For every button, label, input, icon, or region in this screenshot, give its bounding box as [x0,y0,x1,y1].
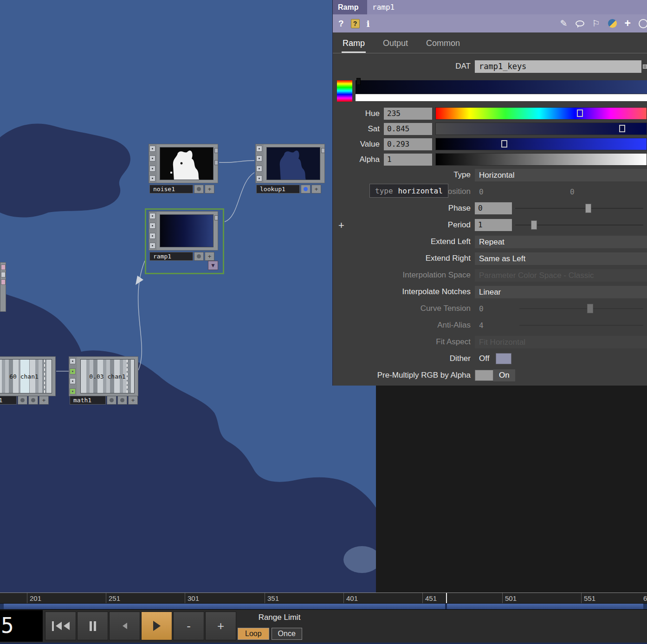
sat-slider[interactable] [435,122,647,135]
node-name-tag[interactable]: math1 [70,396,106,405]
value-slider-marker[interactable] [501,140,507,148]
timeline-range-scrollbar[interactable] [0,604,647,610]
expand-params-icon[interactable]: + [338,219,344,232]
frame-counter[interactable]: 5 [0,610,43,642]
export-flag-icon[interactable] [256,166,262,172]
hue-slider[interactable] [435,107,647,120]
dat-picker-icon[interactable] [643,64,647,69]
math1-viewer-button[interactable] [107,396,116,405]
alpha-value-field[interactable]: 1 [384,154,432,166]
color-picker-icon[interactable] [337,80,352,102]
plus-icon[interactable]: + [625,19,631,28]
tab-common[interactable]: Common [425,39,461,53]
step-forward-button[interactable]: + [205,612,236,640]
tto1-dot-button[interactable] [28,396,38,405]
timeline-ruler[interactable]: 201 251 301 351 401 451 501 551 6 [0,593,647,604]
pencil-icon[interactable]: ✎ [560,18,568,29]
period-slider[interactable] [515,219,645,231]
edit-flag-icon[interactable] [149,243,155,249]
lookup1-output-connector[interactable] [321,148,325,153]
lookup1-viewer-button[interactable] [301,185,311,193]
edit-flag-icon[interactable] [149,175,155,181]
tab-ramp[interactable]: Ramp [342,39,366,53]
period-slider-handle[interactable] [531,220,537,230]
help-icon[interactable]: ? [338,19,344,29]
node-noise1[interactable] [149,144,218,183]
operator-name-field[interactable]: ramp1 [367,0,647,14]
python-icon[interactable] [608,19,617,28]
current-frame-cursor[interactable] [446,593,447,604]
ramp-gradient-preview[interactable] [356,80,647,94]
flag-icon[interactable]: ⚐ [592,18,600,29]
export-flag-icon[interactable] [149,233,155,239]
once-button[interactable]: Once [272,628,302,640]
node-name-tag[interactable]: noise1 [149,185,193,193]
noise1-add-button[interactable]: + [205,185,214,193]
node-lookup1[interactable] [255,144,325,183]
clone-flag-icon[interactable] [149,223,155,229]
node-math1[interactable]: 0.03 chan1 [69,356,138,396]
step-back-button[interactable]: - [173,612,204,640]
alpha-slider[interactable] [435,153,647,166]
ramp-alpha-strip[interactable] [356,94,647,101]
tto1-add-button[interactable]: + [39,396,49,405]
extend-left-menu[interactable]: Repeat [475,236,647,248]
info-icon[interactable]: i [367,19,370,29]
hue-value-field[interactable]: 235 [384,108,432,120]
phase-slider-handle[interactable] [585,204,591,213]
math1-add-button[interactable]: + [128,396,138,405]
export-flag-icon[interactable] [149,166,155,172]
type-menu[interactable]: Horizontal [475,169,647,181]
jump-to-start-button[interactable] [45,612,76,640]
loop-button[interactable]: Loop [238,628,269,640]
tab-output[interactable]: Output [382,39,409,53]
noise1-output-connector[interactable] [214,148,218,153]
interpolate-notches-menu[interactable]: Linear [475,286,647,298]
network-editor-pane[interactable]: noise1 + lookup1 + [0,0,376,592]
node-ramp1[interactable] [149,211,218,251]
noise1-viewer-button[interactable] [194,185,204,193]
node-flags[interactable] [149,212,157,250]
play-reverse-button[interactable] [109,612,140,640]
dither-toggle[interactable] [496,353,511,364]
tto1-viewer-button[interactable] [18,396,27,405]
circle-icon[interactable] [639,19,647,28]
premultiply-toggle[interactable] [475,370,493,381]
ramp-gradient-editor[interactable] [356,80,647,102]
ramp1-add-button[interactable]: + [205,252,214,261]
clone-flag-icon[interactable] [149,155,155,161]
value-value-field[interactable]: 0.293 [384,138,432,150]
clone-flag-icon[interactable] [256,155,262,161]
noise1-output-connector2[interactable] [214,160,218,165]
lookup1-add-button[interactable]: + [311,185,321,193]
period-value-field[interactable]: 1 [475,219,512,231]
viewer-flag-icon[interactable] [70,358,76,364]
ramp1-params-expand-arrow[interactable]: ▼ [208,261,218,270]
sat-slider-marker[interactable] [619,125,625,132]
node-name-tag[interactable]: lookup1 [256,185,300,193]
comment-icon[interactable] [576,20,584,26]
phase-slider[interactable] [515,202,645,214]
node-flags[interactable] [149,144,157,183]
export-flag-icon[interactable] [70,378,76,384]
node-flags[interactable] [69,357,77,396]
pause-button[interactable] [77,612,108,640]
play-forward-button[interactable] [141,612,172,640]
value-slider[interactable] [435,138,647,150]
phase-value-field[interactable]: 0 [475,202,512,214]
edit-flag-icon[interactable] [256,175,262,181]
help-search-icon[interactable]: ? [351,19,360,28]
node-name-tag[interactable]: ramp1 [149,252,193,261]
node-partial-edge[interactable] [0,262,6,312]
ramp1-output-connector[interactable] [214,215,218,220]
dat-field[interactable]: ramp1_keys [475,60,641,73]
node-tto1[interactable]: 60 chan1 [0,356,56,396]
input-connector-icon[interactable] [70,368,76,374]
ramp1-viewer-button[interactable] [194,252,204,261]
viewer-flag-icon[interactable] [149,146,155,152]
output-connector-icon[interactable] [70,388,76,394]
ramp-key-marker[interactable] [356,78,361,85]
viewer-flag-icon[interactable] [149,213,155,219]
sat-value-field[interactable]: 0.845 [384,123,432,135]
node-name-tag[interactable]: tto1 [0,396,17,405]
